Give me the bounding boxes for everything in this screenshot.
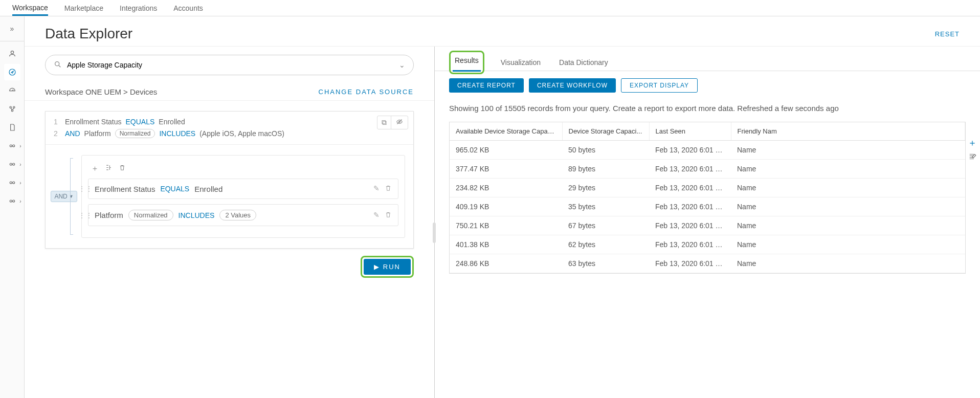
svg-point-13 bbox=[55, 61, 59, 65]
nav-accounts[interactable]: Accounts bbox=[173, 1, 203, 15]
svg-point-6 bbox=[12, 145, 14, 147]
col-header[interactable]: Available Device Storage Capaci... bbox=[450, 122, 562, 141]
col-header[interactable]: Last Seen bbox=[649, 122, 731, 141]
search-input[interactable] bbox=[67, 61, 394, 69]
left-rail: » › › › › bbox=[0, 16, 25, 398]
table-cell: 50 bytes bbox=[562, 140, 649, 159]
table-cell: 965.02 KB bbox=[450, 140, 562, 159]
tab-results[interactable]: Results bbox=[453, 53, 481, 72]
summary-value: Enrolled bbox=[159, 118, 185, 126]
table-row[interactable]: 234.82 KB29 bytesFeb 13, 2020 6:01 P...N… bbox=[450, 178, 965, 197]
edit-columns-icon[interactable] bbox=[968, 152, 977, 164]
integration-4-icon[interactable]: › bbox=[4, 193, 20, 209]
delete-group-icon[interactable] bbox=[119, 164, 126, 173]
table-cell: Feb 13, 2020 6:01 P... bbox=[649, 178, 731, 197]
copy-icon[interactable]: ⧉ bbox=[377, 116, 391, 129]
table-cell: Name bbox=[731, 254, 965, 273]
summary-operator: INCLUDES bbox=[159, 129, 195, 138]
edit-icon[interactable]: ✎ bbox=[373, 211, 380, 220]
svg-point-11 bbox=[10, 200, 12, 202]
and-chip[interactable]: AND▼ bbox=[51, 191, 77, 202]
page-title: Data Explorer bbox=[45, 26, 132, 42]
play-icon: ▶ bbox=[374, 263, 380, 271]
table-cell: Name bbox=[731, 197, 965, 216]
svg-point-10 bbox=[12, 182, 14, 184]
integration-2-icon[interactable]: › bbox=[4, 156, 20, 172]
condition-row[interactable]: ⋮⋮ Platform Normalized INCLUDES 2 Values… bbox=[88, 204, 398, 226]
values-pill[interactable]: 2 Values bbox=[219, 210, 256, 220]
table-cell: 67 bytes bbox=[562, 216, 649, 235]
table-row[interactable]: 965.02 KB50 bytesFeb 13, 2020 6:01 P...N… bbox=[450, 140, 965, 159]
nav-marketplace[interactable]: Marketplace bbox=[64, 1, 103, 15]
create-workflow-button[interactable]: CREATE WORKFLOW bbox=[529, 78, 616, 93]
table-cell: Feb 13, 2020 6:01 P... bbox=[649, 254, 731, 273]
table-cell: 63 bytes bbox=[562, 254, 649, 273]
condition-value: Enrolled bbox=[194, 185, 222, 193]
integration-1-icon[interactable]: › bbox=[4, 138, 20, 154]
result-status-text: Showing 100 of 15505 records from your q… bbox=[435, 100, 980, 122]
tab-data-dictionary[interactable]: Data Dictionary bbox=[557, 55, 610, 70]
table-row[interactable]: 750.21 KB67 bytesFeb 13, 2020 6:01 P...N… bbox=[450, 216, 965, 235]
export-display-button[interactable]: EXPORT DISPLAY bbox=[621, 78, 698, 93]
condition-row[interactable]: ⋮⋮ Enrollment Status EQUALS Enrolled ✎ bbox=[88, 179, 398, 199]
document-icon[interactable] bbox=[4, 119, 20, 136]
search-icon bbox=[54, 60, 62, 70]
table-row[interactable]: 248.86 KB63 bytesFeb 13, 2020 6:01 P...N… bbox=[450, 254, 965, 273]
table-cell: Name bbox=[731, 216, 965, 235]
results-table: Available Device Storage Capaci... Devic… bbox=[449, 122, 966, 274]
drag-handle-icon[interactable]: ⋮⋮ bbox=[78, 185, 93, 193]
automation-icon[interactable] bbox=[4, 101, 20, 117]
chevron-down-icon[interactable]: ⌄ bbox=[399, 61, 405, 69]
normalized-tag: Normalized bbox=[115, 129, 155, 138]
table-row[interactable]: 401.38 KB62 bytesFeb 13, 2020 6:01 P...N… bbox=[450, 235, 965, 254]
dashboard-icon[interactable] bbox=[4, 82, 20, 99]
delete-icon[interactable] bbox=[385, 184, 392, 193]
compass-icon[interactable] bbox=[4, 64, 20, 80]
table-cell: 750.21 KB bbox=[450, 216, 562, 235]
svg-point-0 bbox=[11, 51, 13, 54]
reset-button[interactable]: RESET bbox=[935, 30, 960, 38]
edit-icon[interactable]: ✎ bbox=[373, 184, 380, 193]
condition-operator: INCLUDES bbox=[179, 211, 215, 219]
change-data-source-button[interactable]: CHANGE DATA SOURCE bbox=[319, 88, 414, 96]
table-cell: Feb 13, 2020 6:01 P... bbox=[649, 159, 731, 178]
splitter-handle[interactable] bbox=[433, 223, 436, 243]
drag-handle-icon[interactable]: ⋮⋮ bbox=[78, 211, 93, 219]
table-row[interactable]: 409.19 KB35 bytesFeb 13, 2020 6:01 P...N… bbox=[450, 197, 965, 216]
svg-point-7 bbox=[10, 163, 12, 165]
table-cell: 377.47 KB bbox=[450, 159, 562, 178]
normalized-tag: Normalized bbox=[128, 210, 173, 220]
col-header[interactable]: Device Storage Capaci... bbox=[562, 122, 649, 141]
col-header[interactable]: Friendly Nam bbox=[731, 122, 965, 141]
svg-point-8 bbox=[12, 163, 14, 165]
create-report-button[interactable]: CREATE REPORT bbox=[449, 78, 524, 93]
user-icon[interactable] bbox=[4, 46, 20, 62]
summary-field: Platform bbox=[84, 129, 111, 138]
condition-operator: EQUALS bbox=[160, 185, 189, 193]
subquery-icon[interactable] bbox=[105, 164, 113, 173]
table-cell: 248.86 KB bbox=[450, 254, 562, 273]
add-column-icon[interactable]: ＋ bbox=[968, 137, 977, 149]
line-number: 1 bbox=[54, 118, 61, 126]
table-cell: 89 bytes bbox=[562, 159, 649, 178]
tab-visualization[interactable]: Visualization bbox=[499, 55, 543, 70]
integration-3-icon[interactable]: › bbox=[4, 174, 20, 191]
search-box[interactable]: ⌄ bbox=[45, 55, 414, 75]
top-nav: Workspace Marketplace Integrations Accou… bbox=[0, 0, 980, 16]
expand-rail-icon[interactable]: » bbox=[4, 20, 20, 37]
table-row[interactable]: 377.47 KB89 bytesFeb 13, 2020 6:01 P...N… bbox=[450, 159, 965, 178]
nav-workspace[interactable]: Workspace bbox=[12, 1, 48, 16]
add-condition-icon[interactable]: ＋ bbox=[91, 164, 99, 173]
nav-integrations[interactable]: Integrations bbox=[120, 1, 157, 15]
breadcrumb: Workspace ONE UEM > Devices bbox=[45, 87, 157, 96]
delete-icon[interactable] bbox=[385, 211, 392, 220]
run-button[interactable]: ▶ RUN bbox=[364, 259, 411, 275]
table-cell: Name bbox=[731, 178, 965, 197]
visibility-off-icon[interactable] bbox=[391, 116, 408, 129]
table-cell: 409.19 KB bbox=[450, 197, 562, 216]
svg-point-9 bbox=[10, 182, 12, 184]
table-cell: 35 bytes bbox=[562, 197, 649, 216]
query-card: ⧉ 1 Enrollment Status EQUALS Enrolled 2 … bbox=[45, 111, 414, 249]
line-number: 2 bbox=[54, 129, 61, 138]
table-cell: 401.38 KB bbox=[450, 235, 562, 254]
